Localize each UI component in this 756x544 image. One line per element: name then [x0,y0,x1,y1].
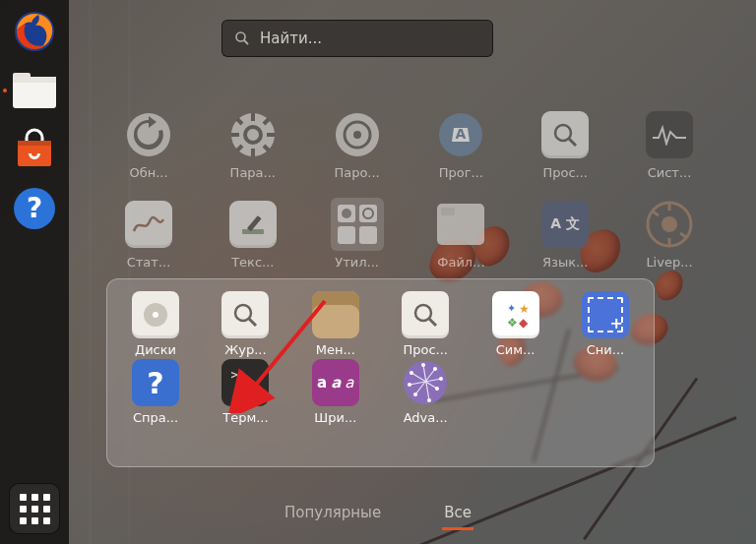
svg-point-8 [236,32,245,41]
tab-frequent[interactable]: Популярные [283,500,383,530]
svg-text:★: ★ [519,302,530,316]
svg-line-43 [429,319,436,326]
dock: ? [0,0,69,544]
folder-app-archive[interactable]: Мен... [297,291,374,357]
svg-point-39 [153,312,158,318]
folder-app-advanced[interactable]: Adva... [387,359,464,425]
utilities-folder-popover: Диски Жур... Мен... Прос... ✦★❖◆Сим... +… [106,278,655,467]
svg-point-59 [421,363,425,367]
folder-app-terminal[interactable]: >_Терм... [207,359,284,425]
svg-line-9 [244,40,248,44]
app-livepatch[interactable]: Livep... [627,198,712,270]
svg-line-27 [569,139,576,146]
dock-item-help[interactable]: ? [9,183,60,234]
svg-point-35 [342,209,351,218]
svg-point-56 [433,367,437,371]
app-file-manager[interactable]: Файл... [418,198,503,270]
svg-point-42 [415,305,431,321]
folder-app-characters[interactable]: ✦★❖◆Сим... [477,291,554,357]
help-icon: ? [12,186,57,231]
svg-point-40 [235,305,251,321]
search-icon [234,30,250,46]
svg-point-58 [439,377,443,381]
firefox-icon [12,9,57,54]
svg-point-37 [662,216,677,232]
svg-point-26 [555,125,571,141]
app-utilities-folder[interactable]: Утил... [315,198,400,270]
app-document-viewer[interactable]: Прос... [523,108,607,180]
app-power-stats[interactable]: Стат... [106,198,191,270]
app-system-monitor[interactable]: Сист... [627,108,712,180]
svg-text:A: A [456,126,467,142]
svg-point-23 [353,131,361,139]
svg-line-41 [249,319,256,326]
svg-rect-33 [359,226,377,244]
svg-point-55 [413,393,417,396]
svg-point-53 [410,371,413,375]
svg-rect-31 [359,205,377,222]
folder-app-image-viewer[interactable]: Прос... [387,291,464,357]
dock-item-software[interactable] [9,124,60,175]
folder-app-disks[interactable]: Диски [117,291,194,357]
svg-text:?: ? [27,192,42,224]
folder-app-fonts[interactable]: aaaШри... [297,359,374,425]
search-placeholder: Найти... [260,30,322,47]
app-updates[interactable]: Обн... [106,108,191,180]
app-text-editor[interactable]: Текс... [211,198,295,270]
view-tabs: Популярные Все [0,500,756,530]
svg-rect-3 [13,77,56,83]
svg-text:◆: ◆ [519,316,529,330]
dock-item-files[interactable] [9,65,60,116]
applications-grid: Обн... Пара... Паро... AПрог... Прос... … [106,108,712,270]
svg-rect-29 [247,215,262,231]
running-indicator [3,89,7,92]
svg-rect-5 [18,141,51,146]
shopping-bag-icon [12,127,57,172]
folder-icon [11,69,58,112]
svg-point-57 [408,383,411,387]
search-input[interactable]: Найти... [221,20,493,57]
app-language[interactable]: A 文Язык... [523,198,607,270]
app-passwords[interactable]: Паро... [315,108,400,180]
svg-point-54 [435,387,439,391]
folder-app-screenshot[interactable]: +Сни... [567,291,644,357]
dock-item-firefox[interactable] [9,6,60,57]
svg-point-48 [404,361,447,404]
svg-rect-32 [338,226,355,244]
app-ubuntu-software[interactable]: AПрог... [418,108,503,180]
svg-point-60 [427,398,431,402]
folder-app-logs[interactable]: Жур... [207,291,284,357]
tab-all[interactable]: Все [442,500,473,530]
svg-text:✦: ✦ [507,302,516,315]
svg-rect-28 [242,229,264,234]
app-settings[interactable]: Пара... [211,108,295,180]
folder-app-help[interactable]: ?Спра... [117,359,194,425]
svg-text:❖: ❖ [507,316,518,330]
